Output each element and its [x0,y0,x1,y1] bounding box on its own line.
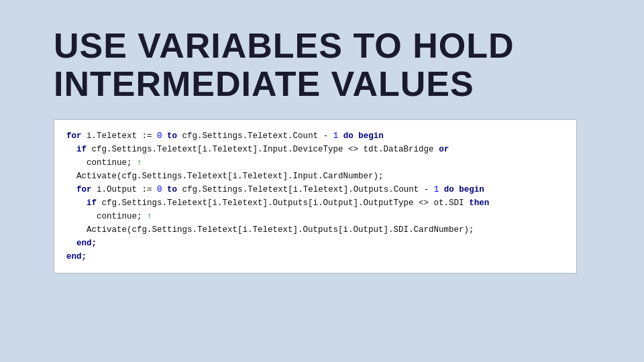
code-block: for i.Teletext := 0 to cfg.Settings.Tele… [54,119,577,274]
title-line1: USE VARIABLES TO HOLD [54,27,514,65]
title-block: USE VARIABLES TO HOLD INTERMEDIATE VALUE… [54,27,514,103]
title-line2: INTERMEDIATE VALUES [54,65,514,103]
